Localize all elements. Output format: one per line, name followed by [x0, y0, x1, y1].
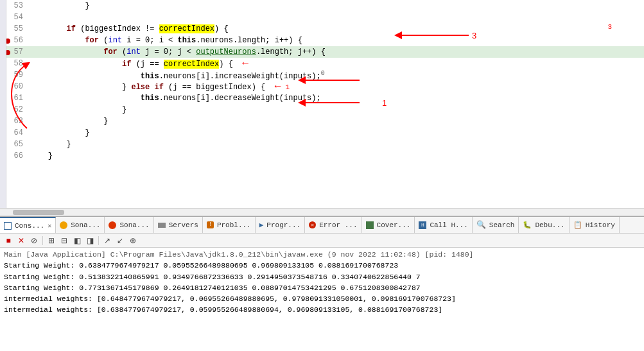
toolbar-btn-5[interactable]: ⊟: [58, 235, 70, 246]
tab-sonar1[interactable]: Sona...: [56, 217, 105, 234]
scrollbar-thumb[interactable]: [13, 210, 64, 215]
console-line-1: Starting Weight: 0.6384779674979217 0.05…: [4, 260, 640, 271]
tab-error[interactable]: ✕ Error ...: [305, 217, 361, 234]
code-line-61: 61 this.neurons[i].decreaseWeight(inputs…: [6, 92, 644, 104]
code-line-63: 63 }: [6, 116, 644, 127]
code-line-55: 55 if (biggestIndex != correctIndex) {3: [6, 23, 644, 35]
toolbar-btn-10[interactable]: ⊕: [127, 235, 139, 246]
code-line-53: 53 }: [6, 0, 644, 12]
tab-search[interactable]: 🔍 Search: [473, 217, 519, 234]
bottom-panel: Cons... ✕ Sona... Sona... Servers ! Prob…: [0, 216, 644, 351]
toolbar-btn-7[interactable]: ◨: [84, 235, 96, 246]
code-line-59: 59 this.neurons[i].increaseWeight(inputs…: [6, 69, 644, 81]
code-line-54: 54: [6, 12, 644, 23]
code-line-62: 62 }: [6, 104, 644, 116]
tab-console[interactable]: Cons... ✕: [0, 217, 56, 234]
console-header-line: Main [Java Application] C:\Program Files…: [4, 249, 640, 260]
console-output[interactable]: Main [Java Application] C:\Program Files…: [0, 248, 644, 351]
code-line-65: 65 }: [6, 139, 644, 150]
tab-problems[interactable]: ! Probl...: [203, 217, 256, 234]
toolbar-btn-9[interactable]: ↙: [114, 235, 126, 246]
toolbar-btn-6[interactable]: ◧: [71, 235, 83, 246]
terminate-button[interactable]: ✕: [15, 235, 27, 246]
code-line-60: 60 } else if (j == biggestIndex) { ← 1: [6, 81, 644, 92]
toolbar-btn-4[interactable]: ⊞: [46, 235, 57, 246]
main-container: 53 } 54 55 if (biggestIndex != correctIn…: [0, 0, 644, 351]
tab-history[interactable]: 📋 History: [570, 217, 620, 234]
stop-button[interactable]: ■: [3, 235, 14, 246]
code-line-56: 56 for (int i = 0; i < this.neurons.leng…: [6, 35, 644, 46]
toolbar-separator-2: [98, 236, 99, 245]
code-line-57: 57 for (int j = 0; j < outputNeurons.len…: [6, 46, 644, 58]
horizontal-scrollbar[interactable]: [0, 208, 644, 216]
code-line-64: 64 }: [6, 127, 644, 139]
tab-coverage[interactable]: Cover...: [362, 217, 415, 234]
tab-servers[interactable]: Servers: [154, 217, 203, 234]
tab-progress[interactable]: ▶ Progr...: [256, 217, 305, 234]
toolbar-row: ■ ✕ ⊘ ⊞ ⊟ ◧ ◨ ↗ ↙ ⊕: [0, 234, 644, 248]
code-line-58: 58 if (j == correctIndex) { ←: [6, 58, 644, 69]
code-editor: 53 } 54 55 if (biggestIndex != correctIn…: [0, 0, 644, 216]
tab-callhierarchy[interactable]: H Call H...: [415, 217, 472, 234]
console-line-2: Starting Weight: 0.5138322140865991 0.93…: [4, 271, 640, 282]
tab-debug[interactable]: 🐛 Debu...: [519, 217, 569, 234]
console-line-5: intermedial weights: [0.6384779674979217…: [4, 304, 640, 315]
tab-close-console[interactable]: ✕: [48, 222, 51, 230]
console-line-4: intermedial weights: [0.6484779674979217…: [4, 293, 640, 304]
toolbar-btn-8[interactable]: ↗: [101, 235, 113, 246]
clear-button[interactable]: ⊘: [28, 235, 40, 246]
toolbar-separator-1: [42, 236, 43, 245]
tabs-row: Cons... ✕ Sona... Sona... Servers ! Prob…: [0, 217, 644, 234]
code-line-66: 66 }: [6, 150, 644, 162]
tab-sonar2[interactable]: Sona...: [105, 217, 153, 234]
console-line-3: ← Starting Weight: 0.7731367145179869 0.…: [4, 282, 640, 293]
